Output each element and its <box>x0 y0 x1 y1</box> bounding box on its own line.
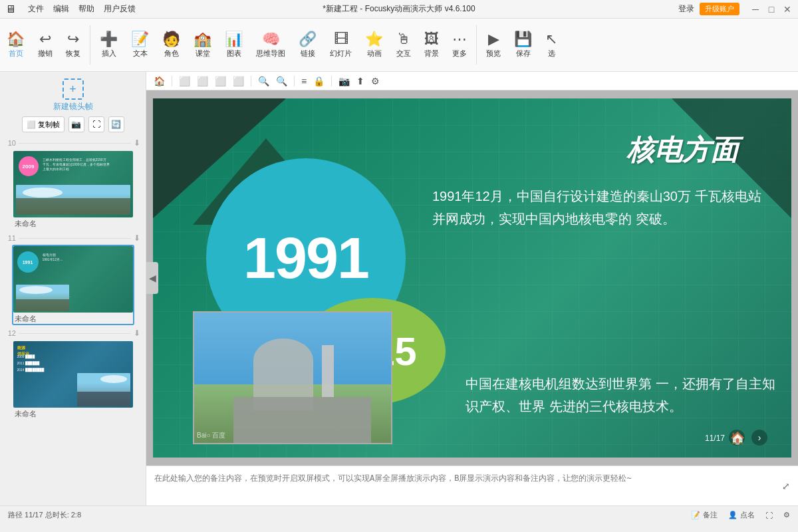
frame-btn-3[interactable]: ⬜ <box>213 74 228 88</box>
toolbar-classroom[interactable]: 🏫 课堂 <box>187 21 218 68</box>
export-btn[interactable]: ⬆ <box>354 74 366 88</box>
status-annotate-button[interactable]: 📝 备注 <box>691 510 718 520</box>
slide-photo: Bai○ 百度 <box>193 311 392 444</box>
slideshow-label: 幻灯片 <box>330 49 352 59</box>
toolbar-link[interactable]: 🔗 链接 <box>292 21 323 68</box>
toolbar-save[interactable]: 💾 保存 <box>507 21 539 68</box>
collapse-11-icon[interactable]: ⬇ <box>134 233 140 243</box>
toolbar-insert[interactable]: ➕ 插入 <box>93 21 124 68</box>
collapse-12-icon[interactable]: ⬇ <box>134 329 140 338</box>
canvas-sep-2 <box>251 76 251 86</box>
toolbar-home[interactable]: 🏠 首页 <box>0 21 31 68</box>
settings-status-icon: ⚙ <box>783 511 790 519</box>
slide-11-num: 11 <box>5 234 16 242</box>
menu-edit[interactable]: 编辑 <box>53 3 69 15</box>
fullscreen-button[interactable]: ⛶ <box>88 116 104 132</box>
rotate-button[interactable]: 🔄 <box>108 116 124 132</box>
nav-home-button[interactable]: 🏠 <box>730 431 745 446</box>
frame-btn-1[interactable]: ⬜ <box>177 74 192 88</box>
toolbar-redo[interactable]: ↪ 恢复 <box>59 21 87 68</box>
insert-label: 插入 <box>102 49 116 59</box>
screenshot-btn[interactable]: 📷 <box>336 74 352 88</box>
status-bar: 路径 11/17 总时长: 2:8 📝 备注 👤 点名 ⛶ ⚙ <box>0 505 798 524</box>
maximize-button[interactable]: □ <box>766 4 777 15</box>
thumb-10-circle: 2009 <box>19 156 39 176</box>
menu-feedback[interactable]: 用户反馈 <box>104 3 136 15</box>
toolbar-select[interactable]: ↖ 选 <box>539 21 564 68</box>
notes-area: ⤢ <box>146 466 798 505</box>
upgrade-button[interactable]: 升级账户 <box>700 3 739 15</box>
toolbar-chart[interactable]: 📊 图表 <box>218 21 249 68</box>
slide-12-name: 未命名 <box>13 408 133 419</box>
lock-btn[interactable]: 🔒 <box>311 74 327 88</box>
toolbar-preview[interactable]: ▶ 预览 <box>479 21 507 68</box>
slide-thumb-11: 1991 2015 核电方面1991年12月... 中国在建核电... <box>13 246 133 313</box>
zoom-in-btn[interactable]: 🔍 <box>256 74 271 88</box>
status-highlight-button[interactable]: 👤 点名 <box>728 510 755 520</box>
toolbar-interact[interactable]: 🖱 交互 <box>390 21 418 68</box>
thumb-12-bar3: 2014 ████████ <box>17 368 45 372</box>
login-button[interactable]: 登录 <box>678 3 694 15</box>
slide-presentation[interactable]: 1991 2015 Bai○ 百度 核电 <box>153 98 791 458</box>
slide-thumb-10: 2009 三峡水利枢纽工程全部竣工，总装机2150万千瓦，年发电量超过1000亿… <box>13 151 133 217</box>
copy-icon: ⬜ <box>27 120 36 129</box>
text-2015-content: 中国在建核电机组数达到世界第 一，还拥有了自主知识产权、世界 先进的三代核电技术… <box>466 376 775 414</box>
minimize-button[interactable]: ─ <box>750 4 761 15</box>
undo-label: 撤销 <box>38 49 53 59</box>
thumb-11-text1: 核电方面1991年12月... <box>43 253 63 261</box>
chart-icon: 📊 <box>225 32 243 47</box>
year-1991-text: 1991 <box>243 224 368 292</box>
home-label: 首页 <box>9 49 23 59</box>
thumb-10-text: 三峡水利枢纽工程全部竣工，总装机2150万千瓦，年发电量超过1000亿度，多个指… <box>43 158 110 172</box>
frame-actions: ⬜ 复制帧 📷 ⛶ 🔄 <box>22 116 124 132</box>
mindmap-icon: 🧠 <box>262 32 280 47</box>
collapse-10-icon[interactable]: ⬇ <box>134 138 140 148</box>
frame-btn-2[interactable]: ⬜ <box>195 74 210 88</box>
toolbar-background[interactable]: 🖼 背景 <box>418 21 446 68</box>
toolbar-animation[interactable]: ⭐ 动画 <box>358 21 390 68</box>
main-toolbar: 🏠 首页 ↩ 撤销 ↪ 恢复 ➕ 插入 📝 文本 🧑 角色 🏫 课堂 📊 图表 … <box>0 19 798 72</box>
thumb-12-img <box>77 373 130 406</box>
toolbar-undo[interactable]: ↩ 撤销 <box>31 21 59 68</box>
separator-12: 12 ⬇ <box>0 327 146 340</box>
close-button[interactable]: ✕ <box>782 4 793 15</box>
copy-frame-button[interactable]: ⬜ 复制帧 <box>22 116 65 132</box>
status-fullscreen-button[interactable]: ⛶ <box>765 511 773 519</box>
nav-next-button[interactable]: › <box>751 430 767 446</box>
status-path: 路径 11/17 总时长: 2:8 <box>8 510 81 520</box>
menu-file[interactable]: 文件 <box>28 3 44 15</box>
slide-text-2015: 中国在建核电机组数达到世界第 一，还拥有了自主知识产权、世界 先进的三代核电技术… <box>466 372 778 418</box>
toolbar-character[interactable]: 🧑 角色 <box>156 21 187 68</box>
toolbar-text[interactable]: 📝 文本 <box>124 21 156 68</box>
zoom-out-btn[interactable]: 🔍 <box>274 74 289 88</box>
toolbar-more[interactable]: ⋯ 更多 <box>446 21 473 68</box>
copy-label: 复制帧 <box>38 120 60 130</box>
collapse-panel-button[interactable]: ◀ <box>146 262 158 294</box>
save-icon: 💾 <box>514 32 532 47</box>
thumb-12-bar2: 2011 ██████ <box>17 361 40 365</box>
canvas-toolbar: 🏠 ⬜ ⬜ ⬜ ⬜ 🔍 🔍 ≡ 🔒 📷 ⬆ ⚙ <box>146 72 798 90</box>
slide-item-10[interactable]: 2009 三峡水利枢纽工程全部竣工，总装机2150万千瓦，年发电量超过1000亿… <box>12 150 134 230</box>
slide-item-12[interactable]: 能源供应业 2009 ████ 2011 ██████ 2014 ███████… <box>12 340 134 420</box>
slide-12-num: 12 <box>5 329 16 337</box>
status-settings-button[interactable]: ⚙ <box>783 511 790 519</box>
toolbar-mindmap[interactable]: 🧠 思维导图 <box>249 21 292 68</box>
thumb-10-img <box>16 185 130 215</box>
thumb-11-circle1: 1991 <box>17 251 39 273</box>
sep-line-10 <box>19 143 131 144</box>
menu-help[interactable]: 帮助 <box>78 3 94 15</box>
toolbar-slideshow[interactable]: 🎞 幻灯片 <box>323 21 358 68</box>
menu-bar: 🖥 文件 编辑 帮助 用户反馈 <box>5 3 136 15</box>
new-frame-button[interactable]: + 新建镜头帧 <box>47 74 100 116</box>
align-btn[interactable]: ≡ <box>299 74 309 88</box>
redo-icon: ↪ <box>67 32 79 47</box>
text-1991-content: 1991年12月，中国自行设计建造的秦山30万 千瓦核电站并网成功，实现中国内地… <box>432 189 761 226</box>
fullscreen-status-icon: ⛶ <box>765 511 773 519</box>
notes-textarea[interactable] <box>154 473 777 499</box>
frame-btn-4[interactable]: ⬜ <box>231 74 246 88</box>
home-canvas-btn[interactable]: 🏠 <box>152 74 167 88</box>
settings-btn[interactable]: ⚙ <box>369 74 382 88</box>
slide-item-11[interactable]: 1991 2015 核电方面1991年12月... 中国在建核电... 未命名 <box>12 245 134 325</box>
camera-button[interactable]: 📷 <box>68 116 84 132</box>
notes-expand-button[interactable]: ⤢ <box>782 481 790 491</box>
